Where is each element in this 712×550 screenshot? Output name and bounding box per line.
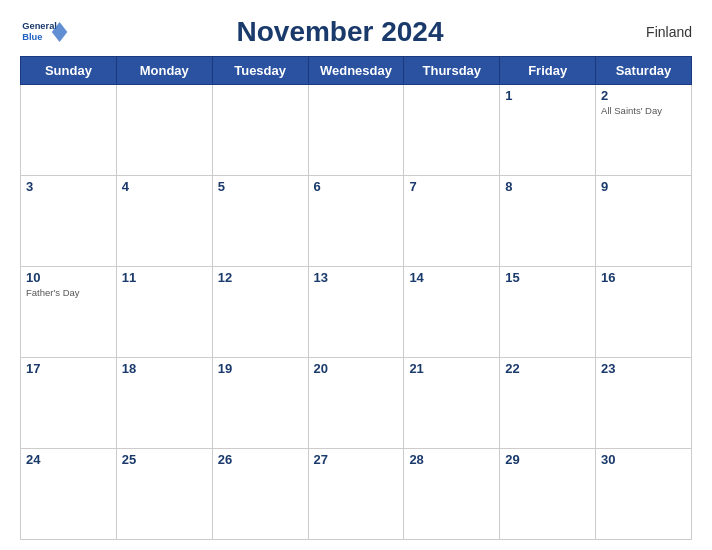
header-friday: Friday — [500, 57, 596, 85]
day-cell: 29 — [500, 449, 596, 540]
day-number: 13 — [314, 270, 399, 285]
day-number: 26 — [218, 452, 303, 467]
day-number: 1 — [505, 88, 590, 103]
day-cell: 15 — [500, 267, 596, 358]
day-number: 6 — [314, 179, 399, 194]
day-cell: 25 — [116, 449, 212, 540]
holiday-label: All Saints' Day — [601, 105, 686, 116]
header-monday: Monday — [116, 57, 212, 85]
day-cell: 3 — [21, 176, 117, 267]
day-cell — [116, 85, 212, 176]
week-row-2: 3456789 — [21, 176, 692, 267]
day-cell: 11 — [116, 267, 212, 358]
day-number: 23 — [601, 361, 686, 376]
svg-text:General: General — [22, 21, 57, 31]
day-number: 11 — [122, 270, 207, 285]
day-cell: 26 — [212, 449, 308, 540]
day-cell: 23 — [596, 358, 692, 449]
day-cell — [308, 85, 404, 176]
day-cell: 16 — [596, 267, 692, 358]
day-cell: 1 — [500, 85, 596, 176]
calendar-body: 12All Saints' Day345678910Father's Day11… — [21, 85, 692, 540]
day-number: 15 — [505, 270, 590, 285]
day-cell: 30 — [596, 449, 692, 540]
day-number: 27 — [314, 452, 399, 467]
day-number: 7 — [409, 179, 494, 194]
day-cell: 7 — [404, 176, 500, 267]
day-number: 2 — [601, 88, 686, 103]
day-cell: 24 — [21, 449, 117, 540]
day-cell: 17 — [21, 358, 117, 449]
day-number: 18 — [122, 361, 207, 376]
day-cell: 5 — [212, 176, 308, 267]
day-number: 24 — [26, 452, 111, 467]
day-number: 8 — [505, 179, 590, 194]
day-cell: 6 — [308, 176, 404, 267]
header-sunday: Sunday — [21, 57, 117, 85]
day-number: 14 — [409, 270, 494, 285]
day-cell: 2All Saints' Day — [596, 85, 692, 176]
header-saturday: Saturday — [596, 57, 692, 85]
day-cell: 4 — [116, 176, 212, 267]
day-number: 16 — [601, 270, 686, 285]
day-number: 22 — [505, 361, 590, 376]
day-cell: 27 — [308, 449, 404, 540]
day-number: 12 — [218, 270, 303, 285]
header-thursday: Thursday — [404, 57, 500, 85]
day-number: 5 — [218, 179, 303, 194]
day-number: 25 — [122, 452, 207, 467]
day-number: 10 — [26, 270, 111, 285]
days-header-row: Sunday Monday Tuesday Wednesday Thursday… — [21, 57, 692, 85]
day-number: 30 — [601, 452, 686, 467]
day-cell: 13 — [308, 267, 404, 358]
day-cell: 12 — [212, 267, 308, 358]
week-row-3: 10Father's Day111213141516 — [21, 267, 692, 358]
header-tuesday: Tuesday — [212, 57, 308, 85]
day-number: 20 — [314, 361, 399, 376]
day-cell: 9 — [596, 176, 692, 267]
day-cell — [212, 85, 308, 176]
day-cell: 22 — [500, 358, 596, 449]
logo: General Blue — [20, 18, 68, 46]
day-cell: 8 — [500, 176, 596, 267]
day-cell — [404, 85, 500, 176]
day-cell: 10Father's Day — [21, 267, 117, 358]
country-label: Finland — [612, 24, 692, 40]
day-cell: 20 — [308, 358, 404, 449]
calendar-title: November 2024 — [68, 16, 612, 48]
day-number: 19 — [218, 361, 303, 376]
calendar-header: General Blue November 2024 Finland — [20, 10, 692, 52]
day-number: 3 — [26, 179, 111, 194]
svg-text:Blue: Blue — [22, 32, 42, 42]
calendar-table: Sunday Monday Tuesday Wednesday Thursday… — [20, 56, 692, 540]
day-number: 21 — [409, 361, 494, 376]
day-number: 28 — [409, 452, 494, 467]
week-row-5: 24252627282930 — [21, 449, 692, 540]
day-cell — [21, 85, 117, 176]
day-cell: 18 — [116, 358, 212, 449]
day-number: 29 — [505, 452, 590, 467]
header-wednesday: Wednesday — [308, 57, 404, 85]
holiday-label: Father's Day — [26, 287, 111, 298]
week-row-4: 17181920212223 — [21, 358, 692, 449]
day-number: 17 — [26, 361, 111, 376]
day-cell: 19 — [212, 358, 308, 449]
day-number: 9 — [601, 179, 686, 194]
week-row-1: 12All Saints' Day — [21, 85, 692, 176]
day-cell: 28 — [404, 449, 500, 540]
day-cell: 21 — [404, 358, 500, 449]
day-number: 4 — [122, 179, 207, 194]
day-cell: 14 — [404, 267, 500, 358]
